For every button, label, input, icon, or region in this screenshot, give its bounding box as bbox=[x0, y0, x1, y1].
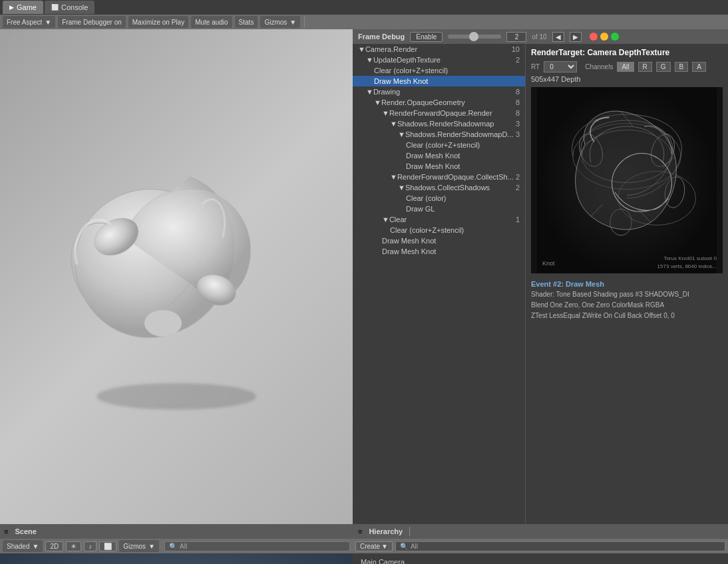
channel-g-button[interactable]: G bbox=[656, 62, 671, 72]
tree-label-18: Draw Mesh Knot bbox=[382, 237, 436, 245]
hierarchy-search[interactable]: 🔍 All bbox=[395, 541, 725, 551]
search-all-label: All bbox=[180, 543, 187, 550]
tree-item-6[interactable]: ▼RenderForwardOpaque.Render8 bbox=[353, 108, 525, 118]
gizmos-scene-chevron: ▼ bbox=[148, 543, 155, 550]
main-camera-label: Main Camera bbox=[361, 558, 405, 564]
tab-console-label: Console bbox=[61, 3, 88, 11]
shader-detail: Shader: Tone Based Shading pass #3 SHADO… bbox=[531, 290, 723, 299]
hierarchy-header: ≡ Hierarchy bbox=[353, 524, 728, 539]
tree-label-8: ▼Shadows.RenderShadowmapD... bbox=[398, 130, 514, 138]
hierarchy-divider bbox=[409, 527, 410, 536]
tree-item-14[interactable]: Clear (color) bbox=[353, 193, 525, 204]
stats-label: Stats bbox=[239, 19, 254, 26]
svg-point-0 bbox=[96, 383, 256, 410]
frame-number-input[interactable]: 2 bbox=[506, 32, 526, 42]
tree-item-19[interactable]: Draw Mesh Knot bbox=[353, 246, 525, 257]
tree-item-1[interactable]: ▼UpdateDepthTexture2 bbox=[353, 55, 525, 65]
hierarchy-hash-icon: ≡ bbox=[358, 527, 362, 535]
tree-item-3[interactable]: Draw Mesh Knot bbox=[353, 76, 525, 86]
scene-background bbox=[0, 553, 353, 564]
aspect-dropdown[interactable]: Free Aspect ▼ bbox=[3, 16, 55, 28]
tab-console[interactable]: ⬜ Console bbox=[45, 1, 94, 14]
maximize-button[interactable]: Maximize on Play bbox=[128, 16, 188, 28]
rt-select[interactable]: 0 bbox=[544, 61, 577, 72]
img-btn[interactable]: ⬜ bbox=[99, 541, 116, 551]
tree-item-7[interactable]: ▼Shadows.RenderShadowmap3 bbox=[353, 118, 525, 129]
shaded-label: Shaded bbox=[7, 543, 29, 550]
frame-debug-body: ▼Camera.Render10▼UpdateDepthTexture2Clea… bbox=[353, 44, 728, 524]
stats-button[interactable]: Stats bbox=[235, 16, 258, 28]
next-frame-button[interactable]: ▶ bbox=[570, 32, 582, 42]
sun-btn[interactable]: ☀ bbox=[66, 541, 81, 551]
tree-item-0[interactable]: ▼Camera.Render10 bbox=[353, 44, 525, 55]
shaded-dropdown[interactable]: Shaded ▼ bbox=[3, 540, 43, 552]
mute-button[interactable]: Mute audio bbox=[191, 16, 232, 28]
channel-a-button[interactable]: A bbox=[692, 62, 706, 72]
channel-b-button[interactable]: B bbox=[675, 62, 689, 72]
slider-thumb[interactable] bbox=[469, 32, 478, 41]
scene-content: ✦ Y X ≡ Back bbox=[0, 553, 353, 564]
tree-count-6: 8 bbox=[516, 109, 520, 117]
scene-search[interactable]: 🔍 All bbox=[164, 541, 350, 551]
debugger-button[interactable]: Frame Debugger on bbox=[58, 16, 126, 28]
tree-label-7: ▼Shadows.RenderShadowmap bbox=[390, 120, 494, 128]
rt-label: RT bbox=[531, 63, 540, 70]
toolbar-divider bbox=[304, 17, 305, 27]
tree-label-5: ▼Render.OpaqueGeometry bbox=[374, 98, 465, 106]
tree-item-8[interactable]: ▼Shadows.RenderShadowmapD...3 bbox=[353, 129, 525, 140]
tree-count-5: 8 bbox=[516, 98, 520, 106]
tree-label-2: Clear (color+Z+stencil) bbox=[374, 67, 448, 74]
frame-debug-header: Frame Debug Enable 2 of 10 ◀ ▶ bbox=[353, 29, 728, 44]
tree-item-2[interactable]: Clear (color+Z+stencil) bbox=[353, 65, 525, 76]
tab-game[interactable]: ▶ Game bbox=[3, 1, 43, 14]
tree-item-18[interactable]: Draw Mesh Knot bbox=[353, 235, 525, 246]
tree-label-19: Draw Mesh Knot bbox=[382, 247, 436, 255]
event-section: Event #2: Draw Mesh Shader: Tone Based S… bbox=[531, 277, 723, 325]
tree-label-1: ▼UpdateDepthTexture bbox=[366, 56, 441, 64]
aspect-label: Free Aspect bbox=[7, 19, 42, 26]
hierarchy-item-main-camera[interactable]: Main Camera bbox=[353, 556, 728, 564]
scene-toolbar: Shaded ▼ 2D ☀ ♪ ⬜ Gizmos ▼ 🔍 All bbox=[0, 539, 353, 553]
frame-debug-title: Frame Debug bbox=[358, 33, 405, 41]
maximize-button-win[interactable] bbox=[611, 33, 619, 41]
blend-detail: Blend One Zero, One Zero ColorMask RGBA bbox=[531, 301, 723, 310]
channel-all-button[interactable]: All bbox=[617, 62, 634, 72]
tree-item-11[interactable]: Draw Mesh Knot bbox=[353, 161, 525, 172]
minimize-button[interactable] bbox=[600, 33, 608, 41]
tree-item-5[interactable]: ▼Render.OpaqueGeometry8 bbox=[353, 97, 525, 108]
scene-title: Scene bbox=[15, 527, 36, 535]
tree-item-16[interactable]: ▼Clear1 bbox=[353, 214, 525, 225]
close-button[interactable] bbox=[590, 33, 598, 41]
frame-slider[interactable] bbox=[448, 35, 501, 39]
enable-button[interactable]: Enable bbox=[410, 32, 443, 42]
hierarchy-panel: ≡ Hierarchy Create ▼ 🔍 All Main Camera D… bbox=[353, 524, 728, 564]
gizmos-scene-dropdown[interactable]: Gizmos ▼ bbox=[119, 540, 159, 552]
create-button[interactable]: Create ▼ bbox=[355, 541, 393, 551]
tree-item-15[interactable]: Draw GL bbox=[353, 204, 525, 214]
gizmos-dropdown[interactable]: Gizmos ▼ bbox=[260, 16, 300, 28]
console-icon: ⬜ bbox=[51, 4, 59, 11]
prev-frame-button[interactable]: ◀ bbox=[552, 32, 564, 42]
search-icon: 🔍 bbox=[169, 543, 177, 550]
tree-item-17[interactable]: Clear (color+Z+stencil) bbox=[353, 225, 525, 235]
channel-r-button[interactable]: R bbox=[638, 62, 652, 72]
tree-item-12[interactable]: ▼RenderForwardOpaque.CollectSh...2 bbox=[353, 172, 525, 182]
tree-label-9: Clear (color+Z+stencil) bbox=[406, 141, 480, 149]
frame-of-label: of 10 bbox=[532, 33, 546, 41]
audio-btn[interactable]: ♪ bbox=[84, 541, 96, 551]
mode-2d-button[interactable]: 2D bbox=[45, 541, 63, 551]
tree-label-4: ▼Drawing bbox=[366, 88, 400, 96]
tab-game-label: Game bbox=[17, 3, 37, 11]
tree-count-7: 3 bbox=[516, 120, 520, 128]
tree-item-4[interactable]: ▼Drawing8 bbox=[353, 86, 525, 97]
tree-item-9[interactable]: Clear (color+Z+stencil) bbox=[353, 140, 525, 150]
tree-item-13[interactable]: ▼Shadows.CollectShadows2 bbox=[353, 182, 525, 193]
tree-label-11: Draw Mesh Knot bbox=[406, 162, 460, 170]
hierarchy-search-placeholder: All bbox=[411, 543, 418, 550]
channels-label: Channels bbox=[585, 63, 613, 70]
tree-item-10[interactable]: Draw Mesh Knot bbox=[353, 150, 525, 161]
preview-info2: 1573 verts, 8640 indice... bbox=[657, 263, 717, 269]
maximize-label: Maximize on Play bbox=[132, 19, 184, 26]
event-title: Event #2: Draw Mesh bbox=[531, 280, 723, 288]
tree-label-16: ▼Clear bbox=[382, 215, 407, 223]
